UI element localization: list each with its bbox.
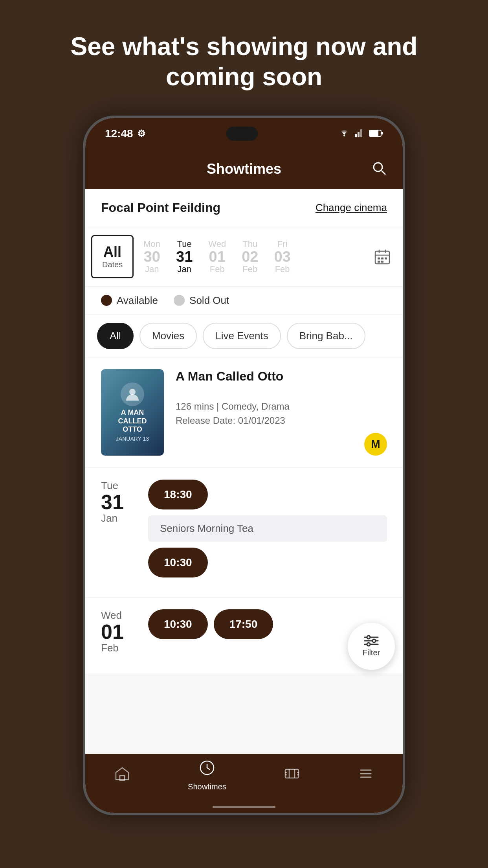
release-date-value: 01/01/2023	[238, 415, 285, 426]
bottom-spacer	[85, 674, 403, 690]
rating-badge: M	[364, 433, 387, 456]
filter-button[interactable]: Filter	[348, 623, 395, 670]
showtime-date-wed: Wed 01 Feb	[101, 609, 136, 654]
category-live-events-button[interactable]: Live Events	[203, 323, 281, 349]
menu-icon	[358, 765, 374, 786]
svg-rect-2	[358, 132, 360, 137]
poster-title-text: A MAN CALLED OTTO	[118, 408, 147, 434]
category-all-button[interactable]: All	[97, 323, 134, 349]
svg-rect-3	[360, 129, 362, 137]
content-area[interactable]: Focal Point Feilding Change cinema All D…	[85, 189, 403, 754]
svg-point-7	[374, 163, 382, 171]
date-num: 30	[144, 249, 160, 264]
date-month: Feb	[275, 264, 290, 274]
bottom-nav: Showtimes	[85, 754, 403, 801]
time-button-1830[interactable]: 18:30	[148, 480, 208, 509]
svg-rect-15	[385, 257, 387, 259]
date-item-thu[interactable]: Thu 02 Feb	[234, 235, 266, 278]
filter-icon	[364, 635, 379, 647]
showtime-row-tue: Tue 31 Jan 18:30 Seniors Morning Tea 10:…	[101, 480, 387, 577]
movie-title: A Man Called Otto	[176, 369, 352, 384]
calendar-button[interactable]	[366, 235, 399, 278]
date-item-mon[interactable]: Mon 30 Jan	[136, 235, 168, 278]
ticket-icon	[284, 765, 300, 786]
release-date-label: Release Date:	[176, 415, 235, 426]
available-dot	[101, 295, 112, 306]
date-day: Fri	[277, 239, 288, 249]
showtime-day-wed: Wed	[101, 609, 122, 622]
date-month: Jan	[145, 264, 159, 274]
date-num: 03	[274, 249, 290, 264]
movie-poster: A MAN CALLED OTTO JANUARY 13	[101, 369, 164, 456]
date-num: 02	[242, 249, 258, 264]
filter-label: Filter	[363, 648, 380, 657]
category-filter: All Movies Live Events Bring Bab...	[85, 315, 403, 357]
svg-rect-1	[355, 134, 357, 137]
app-header: Showtimes	[85, 149, 403, 189]
svg-point-24	[367, 643, 370, 646]
nav-tickets[interactable]	[272, 761, 312, 790]
svg-point-0	[343, 135, 345, 136]
soldout-dot	[174, 295, 185, 306]
date-month: Jan	[177, 264, 191, 274]
movie-meta: 126 mins | Comedy, Drama Release Date: 0…	[176, 399, 352, 428]
date-item-fri[interactable]: Fri 03 Feb	[266, 235, 298, 278]
date-item-wed[interactable]: Wed 01 Feb	[200, 235, 234, 278]
status-icons	[338, 127, 383, 140]
svg-point-23	[372, 639, 376, 642]
date-num: 01	[209, 249, 226, 264]
status-bar: 12:48 ⚙	[85, 118, 403, 149]
available-legend: Available	[101, 294, 158, 307]
wifi-icon	[338, 127, 350, 140]
showtime-num-wed: 01	[101, 622, 124, 642]
nav-showtimes[interactable]: Showtimes	[176, 756, 238, 795]
search-button[interactable]	[371, 160, 387, 177]
change-cinema-button[interactable]: Change cinema	[316, 202, 387, 214]
home-indicator	[85, 801, 403, 813]
showtime-date-tue: Tue 31 Jan	[101, 480, 136, 524]
svg-rect-6	[381, 132, 383, 134]
poster-person-icon	[121, 383, 144, 406]
category-movies-button[interactable]: Movies	[139, 323, 197, 349]
cinema-selector: Focal Point Feilding Change cinema	[85, 189, 403, 227]
date-month: Feb	[210, 264, 225, 274]
svg-point-18	[129, 389, 136, 395]
date-all-button[interactable]: All Dates	[91, 235, 134, 278]
poster-content: A MAN CALLED OTTO JANUARY 13	[112, 379, 153, 446]
nav-menu[interactable]	[346, 761, 386, 790]
showtime-day: Tue	[101, 480, 118, 492]
signal-icon	[355, 127, 364, 140]
date-day: Thu	[242, 239, 257, 249]
nav-showtimes-label: Showtimes	[188, 782, 226, 791]
showtime-num: 31	[101, 492, 124, 512]
date-selector: All Dates Mon 30 Jan Tue 31 Jan Wed	[85, 227, 403, 287]
time-button-wed-1750[interactable]: 17:50	[214, 609, 273, 639]
movie-info: A Man Called Otto 126 mins | Comedy, Dra…	[176, 369, 352, 428]
date-item-tue[interactable]: Tue 31 Jan	[168, 235, 200, 278]
page-background: See what's showing now and coming soon 1…	[0, 0, 488, 868]
time-display: 12:48	[105, 127, 133, 140]
movie-card[interactable]: A MAN CALLED OTTO JANUARY 13 A Man Calle…	[85, 357, 403, 468]
soldout-legend: Sold Out	[174, 294, 229, 307]
poster-date-text: JANUARY 13	[116, 436, 149, 442]
date-day: Wed	[208, 239, 226, 249]
category-bring-baby-button[interactable]: Bring Bab...	[287, 323, 365, 349]
svg-rect-14	[381, 257, 383, 259]
showtime-month-wed: Feb	[101, 642, 119, 654]
availability-legend: Available Sold Out	[85, 287, 403, 315]
showtimes-buttons-tue: 18:30 Seniors Morning Tea 10:30	[148, 480, 387, 577]
svg-rect-17	[381, 261, 383, 263]
svg-rect-5	[370, 131, 378, 136]
nav-home[interactable]	[102, 761, 142, 790]
date-all-sub: Dates	[102, 260, 123, 269]
time-button-1030-seniors[interactable]: 10:30	[148, 548, 208, 577]
time-button-wed-1030[interactable]: 10:30	[148, 609, 208, 639]
showtime-row-wed: Wed 01 Feb 10:30 17:50	[101, 609, 387, 654]
svg-rect-13	[378, 257, 380, 259]
movie-genres: Comedy, Drama	[222, 401, 290, 412]
svg-line-8	[382, 171, 385, 175]
phone-shell: 12:48 ⚙	[83, 116, 405, 815]
svg-rect-16	[378, 261, 380, 263]
settings-icon: ⚙	[137, 128, 146, 139]
showtime-section-wed: Wed 01 Feb 10:30 17:50	[85, 598, 403, 674]
